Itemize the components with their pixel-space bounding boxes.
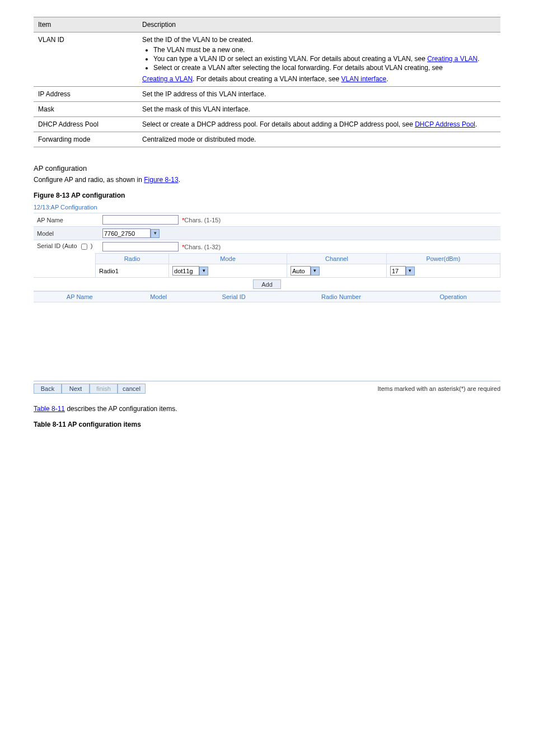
bullet: You can type a VLAN ID or select an exis…: [153, 55, 496, 63]
bullet: The VLAN must be a new one.: [153, 46, 496, 54]
item-cell: Mask: [34, 102, 138, 117]
link-creating-vlan[interactable]: Creating a VLAN: [142, 75, 193, 83]
power-select[interactable]: [390, 266, 406, 276]
table-row: DHCP Address Pool Select or create a DHC…: [34, 117, 500, 132]
chevron-down-icon[interactable]: ▾: [406, 267, 415, 276]
desc-cell: Set the ID of the VLAN to be created. Th…: [138, 32, 500, 87]
label-serial: Serial ID (Auto: [37, 242, 77, 249]
desc-cell: Centralized mode or distributed mode.: [138, 132, 500, 147]
item-cell: VLAN ID: [34, 32, 138, 87]
cfg-title: 12/13:AP Configuration: [34, 204, 500, 211]
table-row: VLAN ID Set the ID of the VLAN to be cre…: [34, 32, 500, 87]
table-ref-text: Table 8-11 describes the AP configuratio…: [34, 405, 500, 413]
link-creating-vlan[interactable]: Creating a VLAN: [427, 55, 477, 63]
figure-link[interactable]: Figure 8-13: [144, 176, 178, 184]
table-caption: Table 8-11 AP configuration items: [34, 421, 500, 428]
table-row: Mask Set the mask of this VLAN interface…: [34, 102, 500, 117]
col-desc: Description: [138, 17, 500, 32]
col-radio-num: Radio Number: [276, 292, 406, 302]
add-row: Add: [34, 277, 500, 291]
serial-id-input[interactable]: [102, 242, 179, 251]
model-select[interactable]: [102, 228, 151, 238]
ap-config-figure: 12/13:AP Configuration AP Name *Chars. (…: [34, 204, 500, 394]
chevron-down-icon[interactable]: ▾: [151, 229, 160, 238]
desc-cell: Select or create a DHCP address pool. Fo…: [138, 117, 500, 132]
chevron-down-icon[interactable]: ▾: [311, 267, 320, 276]
col-serial: Serial ID: [191, 292, 277, 302]
cfg-form-table: AP Name *Chars. (1-15) Model ▾ Serial ID…: [34, 213, 500, 253]
form-row: Serial ID (Auto ) *Chars. (1-32): [34, 240, 500, 254]
nav-bar: Back Next finish cancel Items marked wit…: [34, 381, 500, 394]
bullet: Select or create a VLAN after selecting …: [153, 64, 496, 72]
desc-cell: Set the mask of this VLAN interface.: [138, 102, 500, 117]
table-row: IP Address Set the IP address of this VL…: [34, 87, 500, 102]
ap-list-table: AP Name Model Serial ID Radio Number Ope…: [34, 291, 500, 302]
form-row: Model ▾: [34, 227, 500, 240]
radio-name-cell: Radio1: [96, 264, 169, 278]
channel-select[interactable]: [291, 266, 311, 276]
col-power: Power(dBm): [386, 254, 500, 264]
label-apname: AP Name: [34, 213, 99, 227]
col-model: Model: [126, 292, 191, 302]
step-heading: AP configuration: [34, 164, 500, 172]
item-cell: IP Address: [34, 87, 138, 102]
link-vlan-interface[interactable]: VLAN interface: [341, 75, 387, 83]
form-row: AP Name *Chars. (1-15): [34, 213, 500, 227]
add-button[interactable]: Add: [253, 279, 281, 289]
next-button[interactable]: Next: [62, 384, 90, 394]
item-description-table: Item Description VLAN ID Set the ID of t…: [34, 17, 500, 147]
col-mode: Mode: [169, 254, 287, 264]
item-cell: DHCP Address Pool: [34, 117, 138, 132]
item-cell: Forwarding mode: [34, 132, 138, 147]
col-radio: Radio: [96, 254, 169, 264]
mode-select[interactable]: [172, 266, 199, 276]
table-link[interactable]: Table 8-11: [34, 405, 65, 413]
link-dhcp-pool[interactable]: DHCP Address Pool: [415, 120, 475, 128]
label-model: Model: [34, 227, 99, 240]
chevron-down-icon[interactable]: ▾: [199, 267, 208, 276]
col-apname: AP Name: [34, 292, 126, 302]
step-text: Configure AP and radio, as shown in Figu…: [34, 176, 500, 184]
ap-name-input[interactable]: [102, 215, 179, 225]
figure-caption: Figure 8-13 AP configuration: [34, 192, 500, 199]
col-operation: Operation: [406, 292, 500, 302]
required-note: Items marked with an asterisk(*) are req…: [378, 385, 500, 392]
nav-buttons: Back Next finish cancel: [34, 384, 146, 394]
radio-row: Radio1 ▾ ▾ ▾: [96, 264, 500, 278]
cancel-button[interactable]: cancel: [118, 384, 146, 394]
col-channel: Channel: [287, 254, 386, 264]
desc-cell: Set the IP address of this VLAN interfac…: [138, 87, 500, 102]
back-button[interactable]: Back: [34, 384, 62, 394]
radio-table: Radio Mode Channel Power(dBm) Radio1 ▾ ▾…: [95, 253, 500, 278]
serial-auto-checkbox[interactable]: [81, 244, 87, 250]
col-item: Item: [34, 17, 138, 32]
finish-button: finish: [90, 384, 118, 394]
table-row: Forwarding mode Centralized mode or dist…: [34, 132, 500, 147]
